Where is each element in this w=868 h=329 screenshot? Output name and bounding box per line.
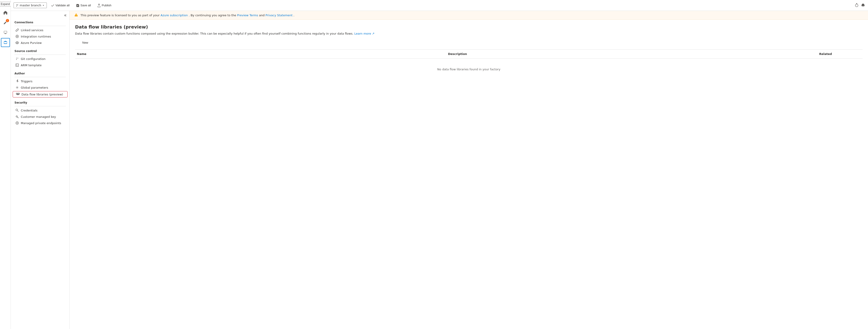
sidebar-item-integration-runtimes[interactable]: Integration runtimes	[11, 33, 69, 39]
link-icon	[16, 28, 19, 32]
page-description: Data flow libraries contain custom funct…	[75, 31, 863, 36]
app-container: master branch Validate all Save all Publ…	[11, 0, 868, 329]
svg-point-0	[16, 35, 19, 38]
connections-divider	[14, 26, 66, 26]
col-related: Related	[817, 51, 863, 57]
notifications-icon[interactable]	[861, 3, 865, 8]
alert-text: This preview feature is licensed to you …	[81, 13, 294, 17]
dataflow-icon	[16, 92, 20, 96]
runtime-icon	[16, 35, 19, 38]
git-icon	[16, 57, 19, 61]
sidebar-item-arm-template[interactable]: ARM template	[11, 62, 69, 68]
key-icon	[16, 115, 19, 118]
credentials-icon	[16, 109, 19, 112]
arm-template-label: ARM template	[21, 63, 41, 67]
customer-managed-key-label: Customer managed key	[21, 115, 56, 118]
publish-button[interactable]: Publish	[95, 3, 114, 8]
sidebar-item-global-parameters[interactable]: Global parameters	[11, 84, 69, 91]
publish-icon	[97, 4, 101, 7]
page-content: Data flow libraries (preview) Data flow …	[70, 20, 868, 85]
icon-bar: Expand 1	[0, 0, 11, 329]
credentials-label: Credentials	[21, 109, 37, 112]
expand-button[interactable]: Expand	[0, 2, 12, 6]
connections-section-title: Connections	[11, 19, 69, 25]
sidebar-item-triggers[interactable]: Triggers	[11, 78, 69, 84]
home-nav-item[interactable]	[1, 8, 10, 17]
author-badge: 1	[6, 19, 9, 22]
sidebar-item-git-configuration[interactable]: Git configuration	[11, 56, 69, 62]
validate-icon	[51, 4, 55, 7]
sidebar-item-azure-purview[interactable]: Azure Purview	[11, 39, 69, 46]
sidebar-item-customer-managed-key[interactable]: Customer managed key	[11, 114, 69, 120]
warning-icon	[74, 13, 78, 17]
branch-selector[interactable]: master branch	[13, 2, 47, 8]
git-configuration-label: Git configuration	[21, 57, 45, 61]
top-bar: master branch Validate all Save all Publ…	[11, 0, 868, 11]
author-section-title: Author	[11, 70, 69, 76]
validate-all-button[interactable]: Validate all	[49, 3, 72, 8]
refresh-icon[interactable]	[855, 3, 859, 8]
privacy-statement-link[interactable]: Privacy Statement	[266, 13, 293, 17]
data-flow-libraries-label: Data flow libraries (preview)	[22, 93, 63, 96]
sidebar-item-managed-private-endpoints[interactable]: Managed private endpoints	[11, 120, 69, 126]
save-icon	[76, 4, 80, 7]
sidebar-collapse-button[interactable]	[11, 13, 69, 19]
svg-rect-5	[16, 93, 18, 94]
plus-icon	[78, 41, 81, 44]
learn-more-link[interactable]: Learn more ↗	[354, 32, 374, 35]
triggers-label: Triggers	[21, 80, 33, 83]
branch-icon	[16, 4, 19, 7]
security-section-title: Security	[11, 99, 69, 105]
global-parameters-label: Global parameters	[21, 86, 48, 89]
table-header: Name Description Related	[75, 50, 863, 59]
manage-nav-item[interactable]	[1, 38, 10, 47]
preview-terms-link[interactable]: Preview Terms	[237, 13, 258, 17]
private-endpoint-icon	[16, 121, 19, 125]
svg-point-1	[17, 36, 18, 37]
svg-point-2	[17, 42, 18, 43]
author-nav-item[interactable]: 1	[1, 18, 10, 27]
briefcase-icon	[3, 40, 8, 45]
top-right-icons	[855, 3, 865, 8]
home-icon	[3, 10, 8, 15]
main-content: This preview feature is licensed to you …	[70, 11, 868, 329]
collapse-icon	[64, 13, 68, 17]
azure-subscription-link[interactable]: Azure subscription	[160, 13, 188, 17]
eye-icon	[16, 41, 19, 44]
linked-services-label: Linked services	[21, 29, 43, 32]
svg-point-4	[17, 87, 18, 88]
integration-runtimes-label: Integration runtimes	[21, 35, 51, 38]
arm-template-icon	[16, 63, 19, 67]
monitor-nav-item[interactable]	[1, 28, 10, 37]
author-divider	[14, 77, 66, 77]
monitor-icon	[3, 30, 8, 35]
sidebar-item-linked-services[interactable]: Linked services	[11, 27, 69, 33]
sidebar-item-data-flow-libraries[interactable]: Data flow libraries (preview)	[13, 91, 68, 97]
table-container: Name Description Related No data flow li…	[75, 49, 863, 80]
branch-label: master branch	[20, 4, 41, 7]
save-all-button[interactable]: Save all	[74, 3, 93, 8]
svg-point-7	[16, 109, 18, 111]
sidebar-item-credentials[interactable]: Credentials	[11, 107, 69, 114]
svg-rect-6	[18, 93, 20, 94]
page-title: Data flow libraries (preview)	[75, 24, 863, 30]
azure-purview-label: Azure Purview	[21, 41, 41, 44]
lightning-icon	[16, 79, 19, 83]
source-control-section-title: Source control	[11, 48, 69, 54]
table-empty-message: No data flow libraries found in your fac…	[75, 59, 863, 80]
svg-point-8	[16, 116, 18, 117]
col-description: Description	[446, 51, 817, 57]
content-area: Connections Linked services Integration …	[11, 11, 868, 329]
managed-private-endpoints-label: Managed private endpoints	[21, 121, 61, 125]
alert-bar: This preview feature is licensed to you …	[70, 11, 868, 20]
chevron-down-icon	[42, 4, 45, 7]
sidebar: Connections Linked services Integration …	[11, 11, 70, 329]
settings-icon	[16, 86, 19, 89]
new-button[interactable]: New	[75, 39, 91, 46]
col-name: Name	[75, 51, 446, 57]
